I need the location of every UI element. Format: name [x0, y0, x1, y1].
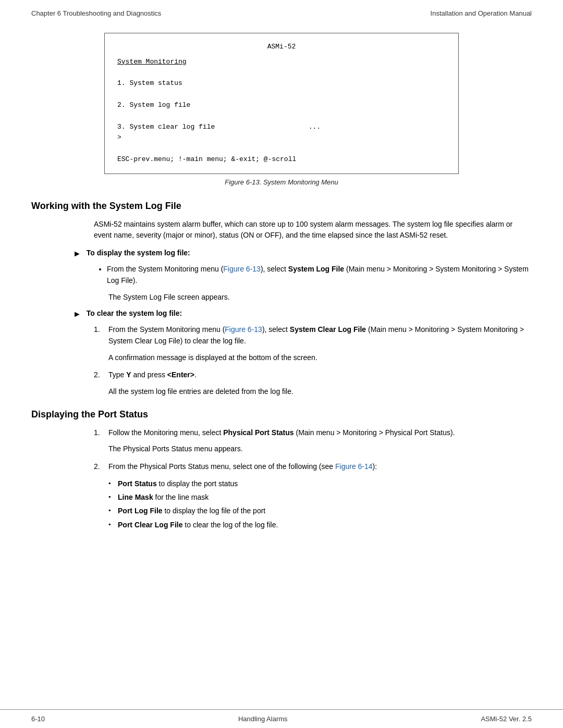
terminal-line-2: 1. System status: [117, 78, 446, 89]
section2-bullet-list: Port Status to display the port status L…: [108, 478, 532, 531]
arrow1-note1: The System Log File screen appears.: [108, 292, 532, 303]
section2-steps: 1. Follow the Monitoring menu, select Ph…: [94, 427, 532, 439]
section2-step2-text: From the Physical Ports Status menu, sel…: [108, 461, 532, 473]
section2-step2: 2. From the Physical Ports Status menu, …: [94, 461, 532, 473]
arrow2-step1: 1. From the System Monitoring menu (Figu…: [94, 324, 532, 347]
footer-center: Handling Alarms: [238, 715, 288, 723]
terminal-title: ASMi-52: [117, 42, 446, 53]
header-left: Chapter 6 Troubleshooting and Diagnostic…: [31, 9, 161, 17]
arrow-label-1: To display the system log file:: [87, 249, 190, 257]
footer-page-num: 6-10: [31, 715, 45, 723]
page: Chapter 6 Troubleshooting and Diagnostic…: [0, 0, 563, 728]
terminal-line-1: System Monitoring: [117, 57, 446, 68]
footer-right: ASMi-52 Ver. 2.5: [481, 715, 532, 723]
section1-heading: Working with the System Log File: [31, 201, 532, 212]
figure-14-link[interactable]: Figure 6-14: [335, 462, 373, 471]
terminal-line-6: ESC-prev.menu; !-main menu; &-exit; @-sc…: [117, 154, 446, 165]
figure-13-link-2[interactable]: Figure 6-13: [225, 325, 262, 334]
terminal-line-blank4: [117, 143, 446, 154]
bullet-line-mask: Line Mask for the line mask: [108, 491, 532, 503]
page-header: Chapter 6 Troubleshooting and Diagnostic…: [0, 0, 563, 22]
figure-caption: Figure 6-13. System Monitoring Menu: [31, 178, 532, 186]
section2-heading: Displaying the Port Status: [31, 409, 532, 420]
section2-step1-text: Follow the Monitoring menu, select Physi…: [108, 427, 532, 439]
figure-13-link-1[interactable]: Figure 6-13: [223, 265, 261, 273]
step2-num: 2.: [94, 369, 108, 381]
page-footer: 6-10 Handling Alarms ASMi-52 Ver. 2.5: [0, 709, 563, 728]
step1-num: 1.: [94, 324, 108, 347]
arrow1-bullet-1: From the System Monitoring menu (Figure …: [107, 264, 532, 286]
arrow2-note1: A confirmation message is displayed at t…: [108, 352, 532, 364]
terminal-line-blank2: [117, 89, 446, 100]
arrow-item-1: ► To display the system log file:: [73, 249, 532, 258]
section2-step1-num: 1.: [94, 427, 108, 439]
terminal-line-blank1: [117, 68, 446, 79]
section2-note1: The Physical Ports Status menu appears.: [108, 443, 532, 455]
arrow2-step2-list: 2. Type Y and press <Enter>.: [94, 369, 532, 381]
header-right: Installation and Operation Manual: [431, 9, 532, 17]
content: ASMi-52 System Monitoring 1. System stat…: [0, 22, 563, 709]
arrow1-bullets: From the System Monitoring menu (Figure …: [107, 264, 532, 286]
step2-text: Type Y and press <Enter>.: [108, 369, 532, 381]
terminal-line-5: >: [117, 132, 446, 143]
section2-step2-num: 2.: [94, 461, 108, 473]
section2-step2-list: 2. From the Physical Ports Status menu, …: [94, 461, 532, 473]
arrow-icon-1: ►: [73, 249, 81, 258]
bullet-port-status: Port Status to display the port status: [108, 478, 532, 489]
bullet-port-clear-log: Port Clear Log File to clear the log of …: [108, 519, 532, 530]
arrow2-step2: 2. Type Y and press <Enter>.: [94, 369, 532, 381]
arrow2-steps: 1. From the System Monitoring menu (Figu…: [94, 324, 532, 347]
terminal-line-4: 3. System clear log file ...: [117, 122, 446, 133]
arrow2-note2: All the system log file entries are dele…: [108, 386, 532, 398]
step1-text: From the System Monitoring menu (Figure …: [108, 324, 532, 347]
section1-intro: ASMi-52 maintains system alarm buffer, w…: [94, 219, 532, 241]
arrow-label-2: To clear the system log file:: [87, 309, 182, 317]
bullet-port-log-file: Port Log File to display the log file of…: [108, 505, 532, 516]
section2-step1: 1. Follow the Monitoring menu, select Ph…: [94, 427, 532, 439]
arrow-item-2: ► To clear the system log file:: [73, 309, 532, 319]
terminal-line-blank3: [117, 111, 446, 122]
terminal-box: ASMi-52 System Monitoring 1. System stat…: [104, 33, 459, 174]
terminal-line-3: 2. System log file: [117, 100, 446, 111]
arrow-icon-2: ►: [73, 310, 81, 319]
